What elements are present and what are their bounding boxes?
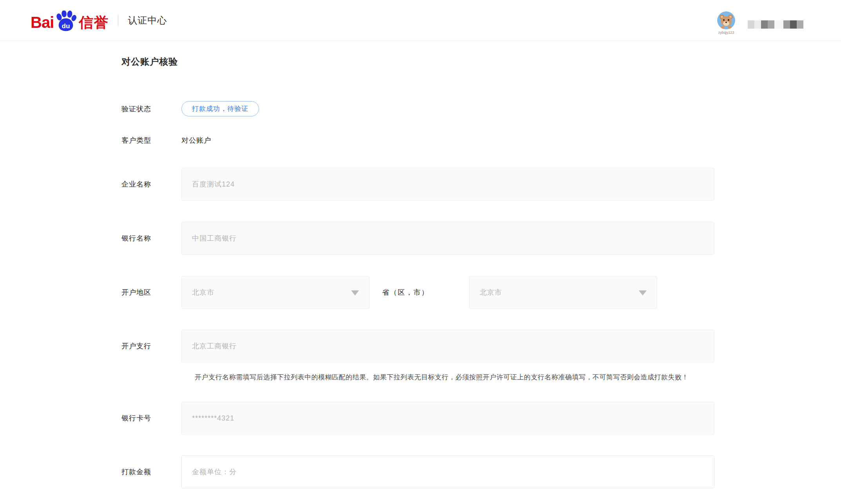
bank-name-input[interactable] [181,222,714,255]
city-select-value: 北京市 [480,288,502,297]
branch-input[interactable] [181,330,714,363]
city-select[interactable]: 北京市 [469,276,657,309]
amount-input[interactable] [181,455,714,488]
field-row-bank-region: 开户地区 北京市 省（区，市） 北京市 [121,276,716,309]
field-row-branch: 开户支行 [121,330,716,363]
top-header: Bai du 信誉 认证中心 [0,0,841,41]
company-name-label: 企业名称 [121,179,181,189]
redacted-text-blocks [748,20,803,29]
logo-text-xinyu: 信誉 [79,14,109,32]
username: zybqjy123 [718,31,734,34]
field-row-customer-type: 客户类型 对公账户 [121,136,716,145]
header-divider [118,15,118,26]
baidu-paw-icon: du [54,11,77,33]
card-number-input[interactable] [181,402,714,435]
page-title: 对公账户核验 [121,56,716,67]
verify-status-label: 验证状态 [121,104,181,114]
main-content: 对公账户核验 验证状态 打款成功，待验证 客户类型 对公账户 企业名称 银行名称… [0,56,841,488]
user-avatar[interactable] [717,11,735,29]
customer-type-label: 客户类型 [121,136,181,145]
branch-hint-text: 开户支行名称需填写后选择下拉列表中的模糊匹配的结果。如果下拉列表无目标支行，必须… [181,371,714,384]
field-row-card-number: 银行卡号 [121,402,716,435]
field-row-bank-name: 银行名称 [121,222,716,255]
amount-label: 打款金额 [121,467,181,477]
customer-type-value: 对公账户 [181,136,211,145]
svg-text:du: du [62,22,70,30]
bank-region-label: 开户地区 [121,288,181,297]
company-name-input[interactable] [181,168,714,201]
baidu-credit-logo[interactable]: Bai du 信誉 [31,9,109,32]
province-select[interactable]: 北京市 [181,276,370,309]
card-number-label: 银行卡号 [121,413,181,423]
field-row-company-name: 企业名称 [121,168,716,201]
branch-label: 开户支行 [121,341,181,351]
status-badge: 打款成功，待验证 [181,101,259,116]
province-district-city-label: 省（区，市） [382,288,429,297]
field-row-verify-status: 验证状态 打款成功，待验证 [121,101,716,116]
app-title: 认证中心 [128,14,167,27]
header-user-area: zybqjy123 [717,6,803,34]
logo-text-bai: Bai [31,13,54,32]
province-select-value: 北京市 [192,288,214,297]
user-block: zybqjy123 [717,11,735,34]
bank-name-label: 银行名称 [121,234,181,243]
field-row-amount: 打款金额 [121,455,716,488]
chevron-down-icon [639,290,647,296]
chevron-down-icon [351,290,359,296]
